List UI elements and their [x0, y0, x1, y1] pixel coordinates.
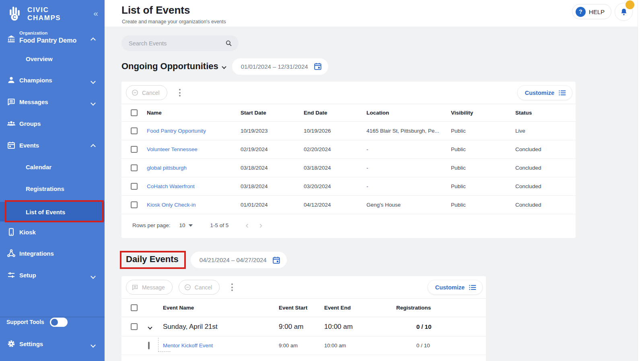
page-title: List of Events — [121, 4, 190, 16]
chevron-down-icon — [91, 341, 95, 349]
toggle-knob — [51, 319, 58, 326]
daily-section-header: Daily Events 04/21/2024 – 04/27/2024 — [120, 251, 287, 269]
sidebar-item-calendar[interactable]: Calendar — [0, 157, 105, 176]
minus-circle-icon — [184, 283, 191, 291]
ongoing-date-range: 01/01/2024 – 12/31/2024 — [241, 63, 308, 70]
support-tools-toggle[interactable] — [50, 318, 68, 327]
minus-circle-icon — [131, 89, 139, 96]
row-checkbox[interactable] — [131, 164, 138, 171]
next-page-icon[interactable]: › — [259, 221, 262, 230]
sidebar-item-registrations[interactable]: Registrations — [0, 179, 105, 198]
calendar-icon — [313, 62, 322, 71]
more-options-kebab-icon[interactable] — [177, 87, 182, 98]
scrollbar[interactable] — [638, 0, 644, 361]
organization-label: Organization — [19, 31, 47, 35]
day-group-row: Sunday, April 21st 9:00 am 10:00 am 0 / … — [121, 317, 486, 336]
customize-button[interactable]: Customize — [517, 85, 572, 100]
row-checkbox[interactable] — [131, 323, 138, 330]
smartphone-icon — [6, 227, 16, 237]
ongoing-section-toggle[interactable]: Ongoing Opportunities — [121, 61, 232, 72]
message-icon — [131, 283, 139, 291]
help-button-label: HELP — [589, 8, 605, 15]
sidebar-item-kiosk[interactable]: Kiosk — [0, 222, 105, 242]
daily-date-range-picker[interactable]: 04/21/2024 – 04/27/2024 — [191, 252, 287, 268]
sidebar-item-groups[interactable]: Groups — [0, 114, 105, 133]
organization-name: Food Pantry Demo — [19, 37, 76, 44]
event-link[interactable]: Food Pantry Opportunity — [147, 128, 241, 134]
row-checkbox[interactable] — [148, 342, 150, 349]
select-all-checkbox[interactable] — [131, 304, 138, 311]
previous-page-icon[interactable]: ‹ — [245, 221, 248, 230]
bank-icon — [6, 34, 16, 45]
pagination-range: 1-5 of 5 — [210, 222, 229, 228]
sidebar: C CIVIC CHAMPS « Organization Food Pantr… — [0, 0, 105, 361]
sidebar-item-champions[interactable]: Champions — [0, 70, 105, 90]
event-link[interactable]: Kiosk Only Check-in — [147, 202, 241, 208]
sidebar-item-integrations[interactable]: Integrations — [0, 244, 105, 263]
help-button[interactable]: ? HELP — [572, 4, 611, 19]
sidebar-item-overview[interactable]: Overview — [0, 49, 105, 68]
page-header: List of Events Create and manage your or… — [105, 0, 644, 27]
daily-date-range: 04/21/2024 – 04/27/2024 — [200, 256, 267, 263]
row-checkbox[interactable] — [131, 146, 138, 153]
table-row: Volunteer Tennessee 02/19/2024 02/20/202… — [121, 140, 576, 159]
ongoing-events-card: Cancel Customize — [121, 82, 576, 238]
rows-per-page-label: Rows per page: — [132, 222, 171, 228]
sidebar-item-list-of-events[interactable]: List of Events — [0, 202, 105, 222]
sidebar-item-events[interactable]: Events — [0, 135, 105, 155]
chevron-down-icon — [91, 99, 95, 107]
rows-per-page-select[interactable]: 10 — [179, 222, 193, 228]
annotation-red-box-daily-events: Daily Events — [120, 251, 186, 269]
more-options-kebab-icon[interactable] — [230, 282, 235, 293]
integrations-nodes-icon — [6, 248, 16, 258]
event-link[interactable]: Volunteer Tennessee — [147, 146, 241, 152]
daily-events-card: Message Cancel Customize — [121, 276, 486, 361]
message-button[interactable]: Message — [126, 280, 173, 295]
chevron-down-icon — [91, 273, 95, 280]
search-input[interactable] — [129, 35, 221, 51]
cancel-button[interactable]: Cancel — [179, 280, 220, 295]
chevron-up-icon — [91, 143, 95, 150]
day-group-label: Sunday, April 21st — [163, 323, 279, 331]
notifications-button[interactable] — [615, 3, 633, 21]
gear-icon — [6, 339, 16, 349]
sidebar-item-messages[interactable]: Messages — [0, 92, 105, 111]
ongoing-date-range-picker[interactable]: 01/01/2024 – 12/31/2024 — [232, 58, 328, 75]
collapse-group-chevron-icon[interactable] — [148, 323, 163, 331]
row-checkbox[interactable] — [131, 183, 138, 190]
calendar-icon — [6, 140, 16, 150]
sidebar-item-setup[interactable]: Setup — [0, 265, 105, 285]
event-link[interactable]: Mentor Kickoff Event — [163, 343, 279, 349]
search-events-field — [121, 35, 239, 51]
collapse-sidebar-icon[interactable]: « — [93, 9, 98, 17]
row-checkbox[interactable] — [131, 201, 138, 208]
chevron-down-icon — [222, 63, 226, 70]
dropdown-arrow-icon — [189, 224, 193, 227]
daily-toolbar: Message Cancel Customize — [121, 276, 486, 299]
table-row: Food Pantry Opportunity 10/19/2023 10/19… — [121, 122, 576, 140]
civic-champs-hand-icon: C — [5, 4, 24, 24]
customize-button[interactable]: Customize — [428, 280, 483, 295]
support-tools-label: Support Tools — [6, 319, 44, 325]
sidebar-item-settings[interactable]: Settings — [0, 334, 105, 353]
support-tools-row: Support Tools — [6, 316, 68, 328]
search-icon[interactable] — [225, 39, 232, 49]
table-row: global pittsburgh 03/18/2024 03/18/2024 … — [121, 159, 576, 177]
daily-section-title: Daily Events — [126, 254, 179, 264]
select-all-checkbox[interactable] — [131, 109, 138, 116]
page-subtitle: Create and manage your organization's ev… — [122, 19, 226, 25]
list-icon — [469, 284, 477, 291]
table-row: Kiosk Only Check-in 01/01/2024 04/12/202… — [121, 196, 576, 214]
event-link[interactable]: CoHatch Waterfront — [147, 183, 241, 189]
sidebar-organization[interactable]: Organization Food Pantry Demo — [0, 28, 105, 51]
app-root: C CIVIC CHAMPS « Organization Food Pantr… — [0, 0, 644, 361]
event-link[interactable]: global pittsburgh — [147, 165, 241, 171]
tree-connector-line — [158, 338, 171, 352]
chat-icon — [6, 97, 16, 107]
cancel-button[interactable]: Cancel — [126, 85, 167, 100]
svg-text:C: C — [13, 14, 16, 20]
groups-icon — [6, 119, 16, 128]
ongoing-table-header: Name Start Date End Date Location Visibi… — [121, 104, 576, 122]
row-checkbox[interactable] — [131, 127, 138, 134]
ongoing-section-header: Ongoing Opportunities 01/01/2024 – 12/31… — [121, 57, 328, 75]
